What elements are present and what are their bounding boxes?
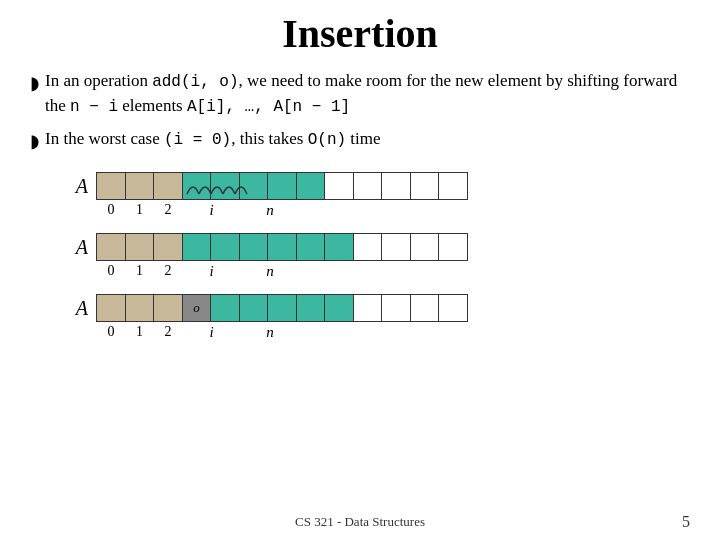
idx-2-1: 1 bbox=[125, 263, 155, 280]
idx-3-2: 2 bbox=[153, 324, 183, 341]
idx-1-0: 0 bbox=[96, 202, 126, 219]
cell-1-10 bbox=[381, 172, 411, 200]
cell-1-6 bbox=[267, 172, 297, 200]
cell-2-9 bbox=[353, 233, 383, 261]
bullet-1: ◗ In an operation add(i, o), we need to … bbox=[30, 69, 690, 119]
idx-1-1: 1 bbox=[125, 202, 155, 219]
code-on: O(n) bbox=[308, 131, 346, 149]
array-cells-2 bbox=[96, 233, 467, 261]
cell-2-8 bbox=[324, 233, 354, 261]
idx-2-i: i bbox=[182, 263, 242, 280]
array-3: o bbox=[96, 294, 467, 322]
idx-3-n: n bbox=[240, 324, 300, 341]
array-cells-3: o bbox=[96, 294, 467, 322]
code-worst-case: (i = 0) bbox=[164, 131, 231, 149]
cell-3-7 bbox=[296, 294, 326, 322]
cell-3-10 bbox=[381, 294, 411, 322]
cell-1-12 bbox=[438, 172, 468, 200]
cell-1-8 bbox=[324, 172, 354, 200]
diagram-label-1: A bbox=[60, 175, 88, 198]
bullet-arrow-1: ◗ bbox=[30, 70, 39, 96]
cell-2-10 bbox=[381, 233, 411, 261]
idx-1-2: 2 bbox=[153, 202, 183, 219]
cell-2-6 bbox=[267, 233, 297, 261]
cell-2-7 bbox=[296, 233, 326, 261]
bullet-text-1: In an operation add(i, o), we need to ma… bbox=[45, 69, 690, 119]
idx-2-2: 2 bbox=[153, 263, 183, 280]
cell-2-3 bbox=[182, 233, 212, 261]
footer-page: 5 bbox=[682, 513, 690, 531]
code-array-range: A[i], …, A[n − 1] bbox=[187, 98, 350, 116]
cell-3-2 bbox=[153, 294, 183, 322]
cell-1-0 bbox=[96, 172, 126, 200]
footer-course: CS 321 - Data Structures bbox=[295, 514, 425, 530]
cell-2-2 bbox=[153, 233, 183, 261]
idx-3-i: i bbox=[182, 324, 242, 341]
cell-2-4 bbox=[210, 233, 240, 261]
cell-3-8 bbox=[324, 294, 354, 322]
cell-3-12 bbox=[438, 294, 468, 322]
cell-2-0 bbox=[96, 233, 126, 261]
cell-2-11 bbox=[410, 233, 440, 261]
cell-2-12 bbox=[438, 233, 468, 261]
content-area: ◗ In an operation add(i, o), we need to … bbox=[0, 69, 720, 154]
cell-3-o: o bbox=[182, 294, 212, 322]
array-2 bbox=[96, 233, 467, 261]
array-cells-1 bbox=[96, 172, 467, 200]
idx-2-0: 0 bbox=[96, 263, 126, 280]
cell-3-1 bbox=[125, 294, 155, 322]
idx-3-0: 0 bbox=[96, 324, 126, 341]
diagram-row-1: A bbox=[60, 172, 720, 219]
code-add: add(i, o) bbox=[152, 73, 238, 91]
diagram-row-3: A o bbox=[60, 294, 720, 341]
diagram-label-2: A bbox=[60, 236, 88, 259]
cell-3-0 bbox=[96, 294, 126, 322]
diagrams-section: A bbox=[0, 172, 720, 341]
bullet-text-2: In the worst case (i = 0), this takes O(… bbox=[45, 127, 690, 152]
curly-arrows-svg bbox=[179, 176, 269, 198]
cell-1-1 bbox=[125, 172, 155, 200]
cell-3-4 bbox=[210, 294, 240, 322]
idx-1-i: i bbox=[182, 202, 242, 219]
idx-1-n: n bbox=[240, 202, 300, 219]
bullet-arrow-2: ◗ bbox=[30, 128, 39, 154]
footer: CS 321 - Data Structures 5 bbox=[0, 514, 720, 530]
array-1 bbox=[96, 172, 467, 200]
diagram-label-3: A bbox=[60, 297, 88, 320]
cell-1-9 bbox=[353, 172, 383, 200]
code-n-i: n − i bbox=[70, 98, 118, 116]
cell-2-1 bbox=[125, 233, 155, 261]
cell-3-6 bbox=[267, 294, 297, 322]
cell-3-11 bbox=[410, 294, 440, 322]
cell-2-5 bbox=[239, 233, 269, 261]
page-title: Insertion bbox=[0, 10, 720, 57]
cell-3-5 bbox=[239, 294, 269, 322]
idx-3-1: 1 bbox=[125, 324, 155, 341]
bullet-2: ◗ In the worst case (i = 0), this takes … bbox=[30, 127, 690, 154]
cell-1-7 bbox=[296, 172, 326, 200]
cell-3-9 bbox=[353, 294, 383, 322]
diagram-row-2: A bbox=[60, 233, 720, 280]
idx-2-n: n bbox=[240, 263, 300, 280]
cell-1-11 bbox=[410, 172, 440, 200]
